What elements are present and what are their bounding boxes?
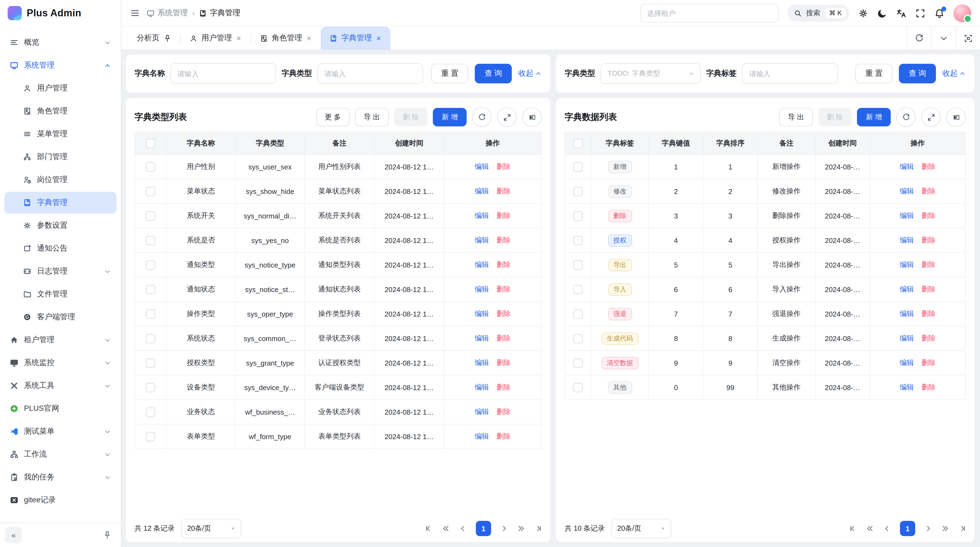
jump-forward-button[interactable] bbox=[941, 525, 949, 532]
sidebar-collapse-button[interactable]: « bbox=[5, 527, 22, 543]
sidebar-item-日志管理[interactable]: 日志管理 bbox=[4, 260, 116, 282]
edit-link[interactable]: 编辑 bbox=[900, 163, 914, 171]
edit-link[interactable]: 编辑 bbox=[900, 334, 914, 342]
sidebar-item-系统工具[interactable]: 系统工具 bbox=[4, 375, 116, 397]
row-checkbox[interactable] bbox=[573, 187, 582, 196]
jump-back-button[interactable] bbox=[442, 525, 450, 532]
delete-link[interactable]: 删除 bbox=[921, 163, 935, 171]
edit-link[interactable]: 编辑 bbox=[900, 383, 914, 391]
collapse-filter-link[interactable]: 收起 bbox=[518, 69, 542, 78]
add-button[interactable]: 新 增 bbox=[857, 108, 891, 126]
select-all-checkbox[interactable] bbox=[146, 139, 155, 148]
delete-link[interactable]: 删除 bbox=[496, 163, 511, 171]
fullscreen-icon[interactable] bbox=[915, 8, 926, 18]
sidebar-item-文件管理[interactable]: 文件管理 bbox=[4, 283, 116, 305]
tab-分析页[interactable]: 分析页 bbox=[128, 27, 180, 49]
collapse-filter-link[interactable]: 收起 bbox=[942, 69, 966, 78]
first-page-button[interactable] bbox=[425, 525, 433, 532]
delete-link[interactable]: 删除 bbox=[496, 432, 511, 440]
sidebar-item-租户管理[interactable]: 租户管理 bbox=[4, 329, 116, 351]
reset-button[interactable]: 重 置 bbox=[431, 64, 468, 83]
edit-link[interactable]: 编辑 bbox=[900, 285, 914, 293]
edit-link[interactable]: 编辑 bbox=[475, 187, 489, 195]
sidebar-item-通知公告[interactable]: 通知公告 bbox=[4, 238, 116, 259]
close-icon[interactable] bbox=[306, 35, 312, 41]
delete-link[interactable]: 删除 bbox=[496, 285, 511, 293]
delete-link[interactable]: 删除 bbox=[496, 260, 511, 269]
sidebar-item-概览[interactable]: 概览 bbox=[4, 32, 116, 53]
dict-type-select[interactable]: TODO: 字典类型 bbox=[601, 63, 701, 84]
first-page-button[interactable] bbox=[850, 525, 857, 532]
more-button[interactable]: 更 多 bbox=[316, 108, 350, 126]
delete-button[interactable]: 删 除 bbox=[818, 108, 852, 126]
tabs-menu-button[interactable] bbox=[931, 27, 956, 49]
page-size-select[interactable]: 20条/页 ▼ bbox=[611, 519, 671, 538]
current-page[interactable]: 1 bbox=[900, 521, 915, 536]
add-button[interactable]: 新 增 bbox=[433, 108, 466, 126]
delete-link[interactable]: 删除 bbox=[496, 236, 511, 244]
sidebar-item-gitee记录[interactable]: gitee记录 bbox=[4, 489, 116, 511]
jump-forward-button[interactable] bbox=[517, 525, 525, 532]
sidebar-item-部门管理[interactable]: 部门管理 bbox=[4, 146, 116, 168]
dict-type-input[interactable] bbox=[317, 63, 423, 84]
row-checkbox[interactable] bbox=[146, 334, 155, 343]
current-page[interactable]: 1 bbox=[476, 521, 491, 536]
delete-link[interactable]: 删除 bbox=[496, 383, 511, 391]
select-all-checkbox[interactable] bbox=[573, 139, 582, 148]
edit-link[interactable]: 编辑 bbox=[475, 432, 489, 440]
delete-link[interactable]: 删除 bbox=[496, 211, 511, 220]
close-icon[interactable] bbox=[375, 35, 382, 41]
row-checkbox[interactable] bbox=[146, 309, 155, 319]
table-fullscreen-button[interactable] bbox=[921, 107, 941, 127]
row-checkbox[interactable] bbox=[573, 334, 582, 343]
refresh-button[interactable] bbox=[896, 107, 916, 127]
delete-link[interactable]: 删除 bbox=[921, 383, 935, 391]
search-button[interactable]: 查 询 bbox=[475, 64, 512, 83]
search-button[interactable]: 查 询 bbox=[899, 64, 936, 83]
column-settings-button[interactable] bbox=[946, 107, 966, 127]
edit-link[interactable]: 编辑 bbox=[900, 236, 914, 244]
global-search[interactable]: 搜索 ⌘ K bbox=[787, 4, 850, 22]
edit-link[interactable]: 编辑 bbox=[475, 163, 489, 171]
next-page-button[interactable] bbox=[500, 525, 508, 532]
content-fullscreen-button[interactable] bbox=[956, 27, 980, 49]
jump-back-button[interactable] bbox=[866, 525, 874, 532]
sidebar-item-系统管理[interactable]: 系统管理 bbox=[4, 54, 116, 76]
sidebar-item-用户管理[interactable]: 用户管理 bbox=[4, 77, 116, 99]
close-icon[interactable] bbox=[236, 35, 242, 41]
row-checkbox[interactable] bbox=[146, 187, 155, 196]
edit-link[interactable]: 编辑 bbox=[475, 309, 489, 317]
row-checkbox[interactable] bbox=[573, 358, 582, 367]
edit-link[interactable]: 编辑 bbox=[475, 285, 489, 293]
sidebar-item-PLUS官网[interactable]: PLUS官网 bbox=[4, 398, 116, 419]
page-size-select[interactable]: 20条/页 ▼ bbox=[181, 519, 241, 538]
edit-link[interactable]: 编辑 bbox=[475, 408, 489, 416]
prev-page-button[interactable] bbox=[883, 525, 891, 532]
delete-link[interactable]: 删除 bbox=[496, 334, 511, 342]
row-checkbox[interactable] bbox=[146, 162, 155, 171]
sidebar-item-工作流[interactable]: 工作流 bbox=[4, 443, 116, 465]
prev-page-button[interactable] bbox=[459, 525, 466, 532]
dict-name-input[interactable] bbox=[170, 63, 276, 84]
sidebar-item-岗位管理[interactable]: 岗位管理 bbox=[4, 169, 116, 191]
logo[interactable]: Plus Admin bbox=[0, 0, 121, 26]
column-settings-button[interactable] bbox=[522, 107, 542, 127]
export-button[interactable]: 导 出 bbox=[779, 108, 813, 126]
edit-link[interactable]: 编辑 bbox=[900, 211, 914, 220]
row-checkbox[interactable] bbox=[146, 211, 155, 220]
delete-link[interactable]: 删除 bbox=[921, 236, 935, 244]
delete-link[interactable]: 删除 bbox=[496, 359, 511, 367]
sidebar-item-我的任务[interactable]: 我的任务 bbox=[4, 466, 116, 488]
breadcrumb-item-dict[interactable]: 字典管理 bbox=[199, 8, 240, 18]
row-checkbox[interactable] bbox=[573, 211, 582, 220]
notifications-bell[interactable] bbox=[934, 8, 945, 18]
tab-字典管理[interactable]: 字典管理 bbox=[321, 27, 390, 49]
row-checkbox[interactable] bbox=[146, 383, 155, 392]
hamburger-menu-icon[interactable] bbox=[130, 8, 140, 18]
sidebar-item-测试菜单[interactable]: 测试菜单 bbox=[4, 421, 116, 442]
last-page-button[interactable] bbox=[958, 525, 966, 532]
edit-link[interactable]: 编辑 bbox=[900, 187, 914, 195]
row-checkbox[interactable] bbox=[573, 309, 582, 319]
edit-link[interactable]: 编辑 bbox=[900, 260, 914, 269]
export-button[interactable]: 导 出 bbox=[355, 108, 388, 126]
